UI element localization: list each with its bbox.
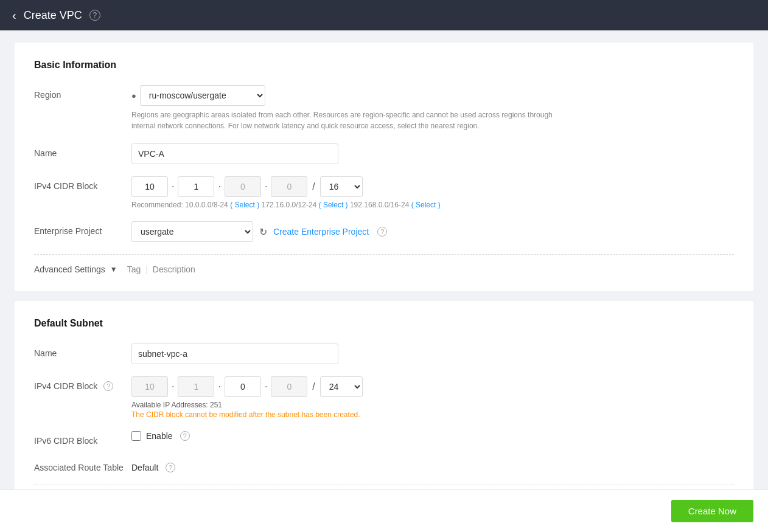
chevron-down-icon[interactable]: ▼ [110,265,117,274]
cidr-dot-3: · [264,181,268,192]
cidr-octet3 [225,176,261,197]
select-3-link[interactable]: ( Select ) [411,201,441,209]
ipv6-help-icon[interactable]: ? [180,431,190,441]
region-select-wrapper: ● ru-moscow/usergate [131,85,265,106]
refresh-icon[interactable]: ↻ [259,226,267,238]
subnet-cidr-group: · · · / 24 16 20 28 [131,376,734,397]
subnet-cidr-dot-2: · [217,381,222,392]
page-title: Create VPC [24,9,82,22]
main-content: Basic Information Region ● ru-moscow/use… [0,30,768,532]
ipv6-row: IPv6 CIDR Block Enable ? [34,431,734,446]
route-row: Associated Route Table Default ? [34,458,734,472]
recommended-1: 10.0.0.0/8-24 [185,201,230,209]
cidr-dot-2: · [217,181,222,192]
back-button[interactable]: ‹ [12,9,16,21]
recommended-label: Recommended: [131,201,183,209]
ipv6-checkbox-row: Enable ? [131,431,734,441]
footer: Create Now [0,489,768,532]
ipv4-control: · · · / 16 8 12 24 Recommended: [131,176,734,209]
subnet-ipv4-control: · · · / 24 16 20 28 Available IP Address… [131,376,734,419]
route-help-icon[interactable]: ? [166,463,175,472]
recommended-text: Recommended: 10.0.0.0/8-24 ( Select ) 17… [131,201,734,209]
enterprise-select[interactable]: usergate [131,221,253,242]
route-label: Associated Route Table [34,458,131,472]
advanced-settings-label[interactable]: Advanced Settings [34,264,105,274]
enterprise-label: Enterprise Project [34,221,131,236]
ipv6-label: IPv6 CIDR Block [34,431,131,446]
ipv6-enable-checkbox[interactable] [131,431,141,441]
ipv4-row: IPv4 CIDR Block · · · / 16 8 12 24 [34,176,734,209]
ipv6-control: Enable ? [131,431,734,441]
subnet-cidr-octet4 [271,376,307,397]
cidr-prefix-select[interactable]: 16 8 12 24 [320,176,363,197]
cidr-octet1[interactable] [131,176,168,197]
subnet-cidr-slash: / [310,381,317,392]
region-row: Region ● ru-moscow/usergate Regions are … [34,85,734,131]
header-help-icon[interactable]: ? [89,10,100,21]
advanced-tags: Tag | Description [127,264,195,274]
region-hint: Regions are geographic areas isolated fr… [131,109,557,131]
advanced-settings-row: Advanced Settings ▼ Tag | Description [34,264,734,274]
region-label: Region [34,85,131,100]
create-now-button[interactable]: Create Now [671,500,753,522]
subnet-ipv4-help-icon[interactable]: ? [103,381,113,391]
ipv4-label: IPv4 CIDR Block [34,176,131,191]
subnet-name-row: Name [34,344,734,364]
default-subnet-card: Default Subnet Name IPv4 CIDR Block ? · … [15,301,753,512]
tag-separator: | [145,264,148,274]
route-value-row: Default ? [131,458,734,472]
subnet-cidr-octet3[interactable] [225,376,261,397]
name-row: Name [34,143,734,164]
cidr-dot-1: · [170,181,175,192]
cidr-warning-text: The CIDR block cannot be modified after … [131,410,734,419]
subnet-name-input[interactable] [131,344,338,364]
region-control: ● ru-moscow/usergate Regions are geograp… [131,85,734,131]
subnet-ipv4-label: IPv4 CIDR Block ? [34,376,131,391]
subnet-cidr-dot-3: · [264,381,268,392]
basic-info-card: Basic Information Region ● ru-moscow/use… [15,43,753,291]
available-ip-text: Available IP Addresses: 251 [131,401,734,409]
recommended-3: 192.168.0.0/16-24 [350,201,411,209]
create-ep-link[interactable]: Create Enterprise Project [273,227,369,237]
select-2-link[interactable]: ( Select ) [319,201,348,209]
tag-label: Tag [127,264,141,274]
enterprise-control: usergate ↻ Create Enterprise Project ? [131,221,734,242]
enterprise-row: Enterprise Project usergate ↻ Create Ent… [34,221,734,242]
subnet-cidr-prefix-select[interactable]: 24 16 20 28 [320,376,363,397]
cidr-octet4 [271,176,307,197]
divider-2 [34,485,734,485]
route-value-text: Default [131,463,158,472]
recommended-2: 172.16.0.0/12-24 [261,201,318,209]
enterprise-inner-row: usergate ↻ Create Enterprise Project ? [131,221,734,242]
subnet-cidr-octet2 [178,376,214,397]
name-label: Name [34,143,131,158]
subnet-cidr-dot-1: · [170,381,175,392]
subnet-title: Default Subnet [34,318,734,329]
name-input[interactable] [131,143,338,164]
divider-1 [34,254,734,255]
subnet-name-control [131,344,734,364]
cidr-group: · · · / 16 8 12 24 [131,176,734,197]
basic-info-title: Basic Information [34,60,734,71]
cidr-octet2[interactable] [178,176,214,197]
ipv6-enable-label: Enable [146,431,173,441]
name-control [131,143,734,164]
enterprise-help-icon[interactable]: ? [377,227,387,237]
header: ‹ Create VPC ? [0,0,768,30]
route-control: Default ? [131,458,734,472]
subnet-name-label: Name [34,344,131,358]
subnet-cidr-octet1 [131,376,168,397]
select-1-link[interactable]: ( Select ) [230,201,259,209]
location-icon: ● [131,91,136,100]
subnet-ipv4-row: IPv4 CIDR Block ? · · · / 24 16 20 [34,376,734,419]
desc-label: Description [153,264,195,274]
region-select[interactable]: ru-moscow/usergate [140,85,265,106]
cidr-slash: / [310,181,317,192]
